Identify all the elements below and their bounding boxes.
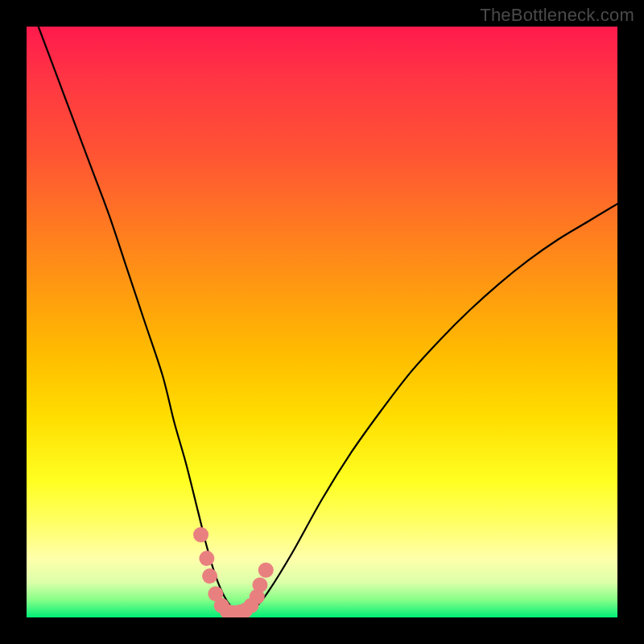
gradient-background: [27, 27, 617, 617]
chart-container: [27, 27, 617, 617]
watermark-text: TheBottleneck.com: [480, 5, 634, 26]
